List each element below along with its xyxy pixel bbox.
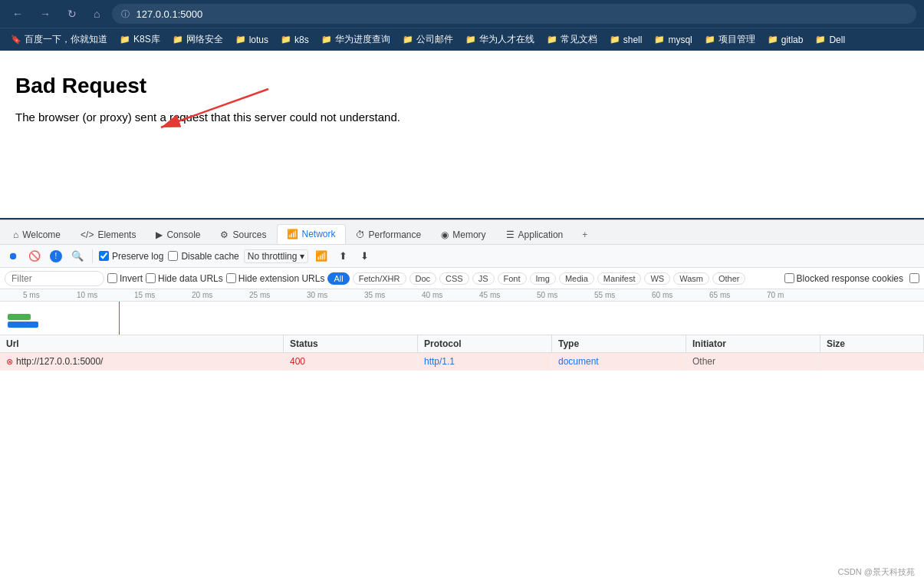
tab-application[interactable]: ☰ Application (496, 225, 574, 244)
throttle-select[interactable]: No throttling ▾ (244, 249, 309, 263)
tab-console[interactable]: ▶ Console (146, 225, 210, 244)
hide-ext-text: Hide extension URLs (238, 273, 325, 284)
filter-img-button[interactable]: Img (530, 272, 556, 285)
bookmark-baidu[interactable]: 🔖 百度一下，你就知道 (6, 31, 112, 48)
filter-media-button[interactable]: Media (559, 272, 594, 285)
blocked-checkbox2[interactable] (909, 273, 919, 283)
bookmark-k8s2[interactable]: 📁 k8s (276, 33, 314, 47)
bookmark-mysql[interactable]: 📁 mysql (649, 33, 696, 47)
filter-icon-button[interactable]: ! (48, 248, 64, 265)
bookmark-label-pm: 项目管理 (718, 33, 755, 46)
filter-fetchxhr-button[interactable]: Fetch/XHR (353, 272, 406, 285)
bookmark-icon-k8s: 📁 (120, 35, 130, 45)
forward-button[interactable]: → (35, 5, 55, 23)
devtools-tabs: ⌂ Welcome </> Elements ▶ Console ⚙ Sourc… (0, 220, 924, 245)
bookmark-pm[interactable]: 📁 项目管理 (700, 31, 760, 48)
back-button[interactable]: ← (8, 5, 28, 23)
bookmark-talent[interactable]: 📁 华为人才在线 (461, 31, 539, 48)
bookmark-icon-k8s2: 📁 (281, 35, 291, 45)
bookmark-icon-talent: 📁 (465, 35, 476, 45)
row-url: http://127.0.0.1:5000/ (16, 356, 103, 367)
bookmark-docs[interactable]: 📁 常见文档 (542, 31, 602, 48)
error-icon: ⊗ (6, 357, 13, 367)
network-table: Url Status Protocol Type Initiator Size … (0, 335, 924, 584)
timeline-ruler: 5 ms 10 ms 15 ms 20 ms 25 ms 30 ms 35 ms… (0, 289, 924, 302)
filter-manifest-button[interactable]: Manifest (597, 272, 642, 285)
tick-5ms: 5 ms (23, 291, 40, 299)
record-button[interactable]: ⏺ (5, 248, 21, 265)
tab-memory[interactable]: ◉ Memory (431, 225, 495, 244)
cell-initiator: Other (686, 353, 820, 370)
upload-icon-button[interactable]: ⬆ (334, 248, 351, 265)
bookmark-label-docs: 常见文档 (561, 33, 597, 46)
tab-network-label: Network (302, 229, 336, 239)
filter-input[interactable] (5, 271, 104, 286)
col-header-initiator: Initiator (686, 335, 820, 352)
page-content: Bad Request The browser (or proxy) sent … (0, 51, 924, 219)
bookmark-mail[interactable]: 📁 公司邮件 (398, 31, 458, 48)
refresh-button[interactable]: ↻ (63, 5, 81, 23)
disable-cache-label[interactable]: Disable cache (168, 251, 238, 262)
bookmark-icon-lotus: 📁 (235, 35, 246, 45)
bookmark-label-k8s2: k8s (294, 35, 309, 45)
bookmark-icon-gitlab: 📁 (768, 35, 778, 45)
clear-button[interactable]: 🚫 (26, 248, 43, 265)
filter-other-button[interactable]: Other (712, 272, 746, 285)
filter-all-button[interactable]: All (327, 272, 349, 285)
devtools-toolbar: ⏺ 🚫 ! 🔍 Preserve log Disable cache No th… (0, 245, 924, 268)
bookmark-lotus[interactable]: 📁 lotus (231, 33, 273, 47)
wifi-icon-button[interactable]: 📶 (313, 248, 330, 265)
bookmark-k8s[interactable]: 📁 K8S库 (115, 31, 165, 48)
home-button[interactable]: ⌂ (89, 5, 104, 23)
throttle-dropdown-icon: ▾ (300, 251, 304, 262)
timeline-cursor (119, 302, 120, 335)
filter-js-button[interactable]: JS (472, 272, 495, 285)
search-button[interactable]: 🔍 (69, 248, 86, 265)
hide-ext-checkbox[interactable] (226, 273, 236, 283)
tab-elements[interactable]: </> Elements (71, 225, 146, 244)
bookmark-icon-pm: 📁 (705, 35, 715, 45)
bookmark-gitlab[interactable]: 📁 gitlab (763, 33, 808, 47)
timeline-bar-blue (8, 322, 38, 328)
preserve-log-label[interactable]: Preserve log (99, 251, 163, 262)
timeline-area: 5 ms 10 ms 15 ms 20 ms 25 ms 30 ms 35 ms… (0, 289, 924, 335)
filter-ws-button[interactable]: WS (644, 272, 670, 285)
blocked-checkbox[interactable] (784, 273, 794, 283)
bookmark-icon-shell: 📁 (610, 35, 620, 45)
hide-data-checkbox[interactable] (146, 273, 156, 283)
hide-ext-label[interactable]: Hide extension URLs (226, 273, 325, 284)
bookmark-huawei[interactable]: 📁 华为进度查询 (317, 31, 395, 48)
col-header-url: Url (0, 335, 284, 352)
filter-doc-button[interactable]: Doc (409, 272, 437, 285)
tick-45ms: 45 ms (479, 291, 500, 299)
tick-10ms: 10 ms (77, 291, 97, 299)
preserve-log-text: Preserve log (112, 251, 163, 262)
blocked-label[interactable]: Blocked response cookies (784, 273, 903, 284)
table-row[interactable]: ⊗ http://127.0.0.1:5000/ 400 http/1.1 do… (0, 353, 924, 371)
bookmark-label-talent: 华为人才在线 (479, 33, 534, 46)
tab-network[interactable]: 📶 Network (277, 224, 346, 244)
devtools-panel: ⌂ Welcome </> Elements ▶ Console ⚙ Sourc… (0, 219, 924, 584)
invert-label[interactable]: Invert (107, 273, 143, 284)
tab-sources[interactable]: ⚙ Sources (210, 225, 276, 244)
tab-performance-label: Performance (369, 229, 422, 240)
filter-font-button[interactable]: Font (498, 272, 527, 285)
hide-data-label[interactable]: Hide data URLs (146, 273, 223, 284)
tick-40ms: 40 ms (422, 291, 442, 299)
bookmark-dell[interactable]: 📁 Dell (811, 33, 850, 47)
hide-data-text: Hide data URLs (158, 273, 223, 284)
tab-welcome[interactable]: ⌂ Welcome (3, 225, 71, 244)
filter-wasm-button[interactable]: Wasm (673, 272, 709, 285)
tab-performance[interactable]: ⏱ Performance (346, 225, 432, 244)
disable-cache-checkbox[interactable] (168, 251, 178, 261)
invert-checkbox[interactable] (107, 273, 117, 283)
filter-css-button[interactable]: CSS (439, 272, 469, 285)
bookmark-shell[interactable]: 📁 shell (605, 33, 647, 47)
tab-sources-label: Sources (232, 229, 266, 240)
tab-add-button[interactable]: + (576, 226, 594, 244)
preserve-log-checkbox[interactable] (99, 251, 109, 261)
bookmark-icon-dell: 📁 (815, 35, 826, 45)
download-icon-button[interactable]: ⬇ (356, 248, 373, 265)
bookmark-netsec[interactable]: 📁 网络安全 (168, 31, 228, 48)
address-bar[interactable]: ⓘ 127.0.0.1:5000 (112, 4, 916, 24)
